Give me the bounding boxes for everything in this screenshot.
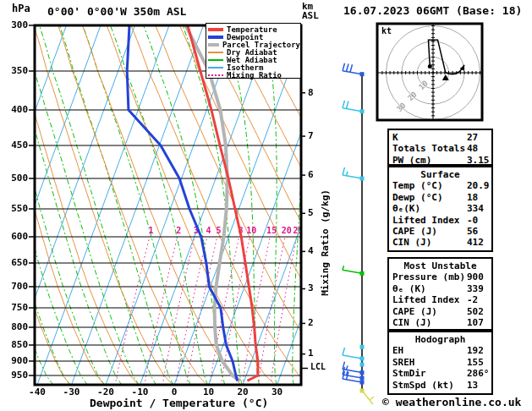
- row-label: Lifted Index: [392, 215, 459, 226]
- table-row: EH192: [392, 345, 491, 356]
- temperature-line-swatch: [208, 28, 223, 31]
- dry-adiabat-line-swatch: [208, 52, 223, 53]
- mixing-ratio-axis-title: Mixing Ratio (g/kg): [320, 189, 331, 296]
- row-label: Lifted Index: [392, 294, 459, 305]
- row-label: CAPE (J): [392, 226, 437, 237]
- row-label: PW (cm): [392, 155, 431, 166]
- row-value: 502: [467, 306, 484, 317]
- most-unstable-table: Most Unstable Pressure (mb)900 θₑ (K)339…: [387, 257, 493, 331]
- station-title: 0°00' 0°00'W 350m ASL: [47, 5, 186, 18]
- hodograph-table: Hodograph EH192 SREH155 StmDir286° StmSp…: [387, 331, 493, 395]
- pressure-unit-label: hPa: [12, 3, 30, 14]
- table-row: Pressure (mb)900: [392, 271, 491, 282]
- legend-label: Mixing Ratio: [227, 71, 282, 79]
- table-row: θₑ(K)334: [392, 203, 491, 214]
- altitude-unit-label: km ASL: [302, 2, 319, 20]
- row-label: EH: [392, 345, 403, 356]
- row-label: θₑ(K): [392, 203, 420, 214]
- table-row: Lifted Index-0: [392, 215, 491, 226]
- table-row: θₑ (K)339: [392, 283, 491, 294]
- row-value: 286°: [467, 368, 490, 379]
- row-value: 339: [467, 283, 484, 294]
- table-row: Dewp (°C)18: [392, 192, 491, 203]
- row-label: SREH: [392, 357, 415, 368]
- table-row: Temp (°C)20.9: [392, 180, 491, 191]
- hodograph-unit-label: kt: [381, 26, 392, 36]
- table-row: K27: [392, 132, 491, 143]
- table-row: CIN (J)107: [392, 317, 491, 328]
- row-label: CIN (J): [392, 237, 431, 248]
- sounding-chart-page: hPa 0°00' 0°00'W 350m ASL km ASL 16.07.2…: [0, 0, 532, 411]
- table-header: Surface: [392, 169, 491, 180]
- table-row: SREH155: [392, 357, 491, 368]
- row-label: Totals Totals: [392, 143, 465, 154]
- table-row: Lifted Index-2: [392, 294, 491, 305]
- isotherm-line-swatch: [208, 67, 223, 68]
- mixing-ratio-line-swatch: [208, 74, 223, 76]
- row-value: 412: [467, 237, 484, 248]
- table-header: Most Unstable: [392, 260, 491, 271]
- row-value: 3.15: [467, 155, 490, 166]
- indices-table: K27 Totals Totals48 PW (cm)3.15: [387, 129, 493, 166]
- row-value: 18: [467, 192, 478, 203]
- row-label: StmSpd (kt): [392, 380, 454, 391]
- row-label: Dewp (°C): [392, 192, 443, 203]
- legend-item-mixing-ratio: Mixing Ratio: [208, 71, 300, 79]
- row-label: θₑ (K): [392, 283, 426, 294]
- row-value: 13: [467, 380, 478, 391]
- row-label: Pressure (mb): [392, 271, 465, 282]
- row-label: K: [392, 132, 398, 143]
- row-value: 107: [467, 317, 484, 328]
- table-row: CAPE (J)56: [392, 226, 491, 237]
- table-header: Hodograph: [392, 334, 491, 345]
- dewpoint-line-swatch: [208, 36, 223, 39]
- table-row: Totals Totals48: [392, 143, 491, 154]
- row-value: 27: [467, 132, 478, 143]
- row-value: 20.9: [467, 180, 490, 191]
- table-row: CAPE (J)502: [392, 306, 491, 317]
- row-value: 334: [467, 203, 484, 214]
- row-label: Temp (°C): [392, 180, 443, 191]
- row-label: CAPE (J): [392, 306, 437, 317]
- row-value: -2: [467, 294, 478, 305]
- row-value: 56: [467, 226, 478, 237]
- row-value: 192: [467, 345, 484, 356]
- datetime-label: 16.07.2023 06GMT (Base: 18): [343, 4, 522, 17]
- row-value: -0: [467, 215, 478, 226]
- copyright-label: © weatheronline.co.uk: [382, 396, 521, 408]
- row-label: StmDir: [392, 368, 426, 379]
- temperature-axis-title: Dewpoint / Temperature (°C): [90, 397, 268, 409]
- row-value: 48: [467, 143, 478, 154]
- table-row: StmDir286°: [392, 368, 491, 379]
- row-value: 900: [467, 271, 484, 282]
- wet-adiabat-line-swatch: [208, 59, 223, 61]
- table-row: CIN (J)412: [392, 237, 491, 248]
- row-label: CIN (J): [392, 317, 431, 328]
- row-value: 155: [467, 357, 484, 368]
- legend: Temperature Dewpoint Parcel Trajectory D…: [206, 23, 301, 79]
- parcel-line-swatch: [208, 43, 219, 47]
- table-row: PW (cm)3.15: [392, 155, 491, 166]
- altitude-unit-asl: ASL: [302, 11, 319, 20]
- table-row: StmSpd (kt)13: [392, 380, 491, 391]
- surface-table: Surface Temp (°C)20.9 Dewp (°C)18 θₑ(K)3…: [387, 166, 493, 252]
- lcl-label: LCL: [310, 362, 326, 371]
